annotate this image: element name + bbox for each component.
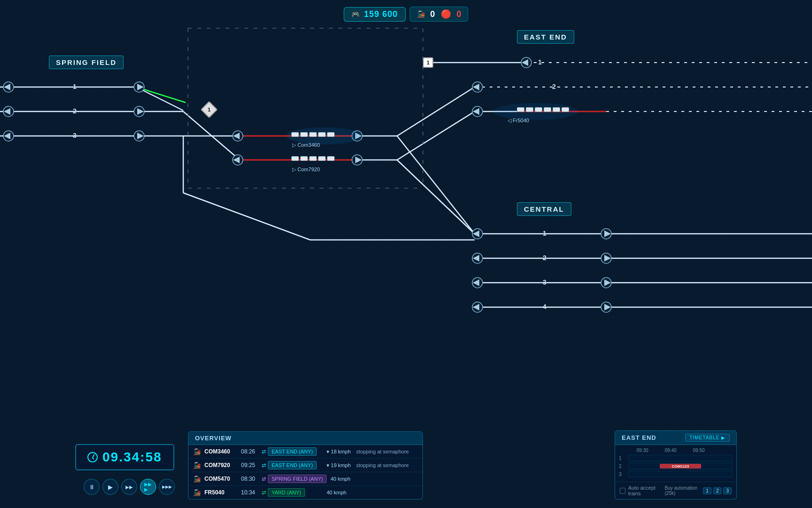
svg-point-48 (134, 106, 144, 117)
playback-controls: ⏸ ▶ ▶▶ ▶▶▶ ▶▶▶ (84, 479, 175, 495)
train-icon: 🚂 (417, 10, 425, 18)
score-icon: 🎮 (351, 10, 360, 18)
svg-point-54 (233, 155, 243, 165)
svg-line-25 (183, 193, 310, 240)
svg-point-72 (472, 302, 483, 312)
overview-row-3[interactable]: 🚂 FR5040 10:34 ⇄ YARD (ANY) 40 kmph (188, 486, 422, 499)
sf-track-2-label: 2 (73, 107, 77, 115)
svg-point-68 (472, 253, 483, 263)
switch-badge[interactable]: 1 (201, 101, 218, 119)
timetable-grid: 09:30 09:40 09:50 1 2 COM1123 3 (615, 445, 736, 482)
train-time-3: 10:34 (241, 489, 258, 496)
train-dest-2: ⇄ SPRING FIELD (ANY) (262, 475, 327, 483)
svg-marker-53 (233, 133, 240, 139)
buy-num-3[interactable]: 3 (723, 487, 732, 494)
svg-marker-79 (604, 279, 611, 286)
train-icon-3: 🚂 (193, 489, 201, 496)
svg-marker-51 (137, 133, 144, 139)
c-track-1-label: 1 (543, 230, 547, 237)
com3460-label: ▷ Com3460 (292, 142, 320, 148)
train-id-3: FR5040 (204, 489, 237, 496)
train-speed-3: 40 kmph (327, 490, 352, 495)
counter1-value: 0 (430, 9, 435, 19)
svg-line-6 (136, 87, 186, 103)
svg-marker-59 (355, 157, 362, 163)
com1123-block: COM1123 (660, 464, 701, 468)
buy-num-2[interactable]: 2 (713, 487, 722, 494)
svg-marker-57 (355, 133, 362, 139)
svg-line-22 (397, 136, 475, 234)
train-fr5040-cars (517, 107, 569, 112)
com7920-label: ▷ Com7920 (292, 167, 320, 173)
svg-marker-41 (4, 84, 10, 90)
svg-marker-55 (233, 157, 240, 163)
sf-track-3-label: 3 (73, 132, 77, 139)
svg-line-23 (397, 160, 475, 234)
train-status-0: stopping at semaphore (356, 449, 409, 454)
train-com7920-cars (291, 156, 335, 161)
score-value: 159 600 (364, 9, 398, 19)
ff1-button[interactable]: ▶▶ (121, 479, 137, 495)
overview-row-2[interactable]: 🚂 COM5470 08:30 ⇄ SPRING FIELD (ANY) 40 … (188, 472, 422, 486)
ff2-button[interactable]: ▶▶▶ (140, 479, 156, 495)
svg-line-10 (183, 111, 240, 160)
east-end-footer: Auto accept trains Buy automation (25k) … (615, 482, 736, 499)
timetable-track-1: 1 (619, 455, 733, 461)
train-dest-0: ⇄ EAST END (ANY) (262, 447, 323, 456)
svg-marker-49 (137, 108, 144, 115)
svg-point-76 (601, 253, 611, 263)
svg-marker-69 (473, 255, 479, 262)
ff3-button[interactable]: ▶▶▶ (159, 479, 175, 495)
time-cell-2: 09:50 (685, 448, 713, 453)
overview-row-1[interactable]: 🚂 COM7920 09:25 ⇄ EAST END (ANY) ▾ 19 km… (188, 459, 422, 472)
train-dest-1: ⇄ EAST END (ANY) (262, 461, 323, 469)
overview-panel: Overview 🚂 COM3460 08:26 ⇄ EAST END (ANY… (188, 431, 423, 500)
svg-point-56 (352, 131, 362, 141)
svg-line-14 (397, 111, 475, 160)
play-button[interactable]: ▶ (102, 479, 118, 495)
svg-point-62 (472, 106, 483, 117)
ee-track1-badge: 1 (423, 57, 433, 68)
east-end-label: East End (517, 30, 574, 44)
overview-row-0[interactable]: 🚂 COM3460 08:26 ⇄ EAST END (ANY) ▾ 18 km… (188, 445, 422, 459)
spring-field-label: Spring Field (49, 56, 124, 69)
svg-marker-61 (473, 84, 479, 90)
buy-automation-control: Buy automation (25k) 1 2 3 (665, 485, 732, 496)
train-dest-3: ⇄ YARD (ANY) (262, 488, 323, 497)
central-label: Central (517, 202, 571, 216)
auto-accept-control[interactable]: Auto accept trains (620, 485, 665, 496)
svg-marker-47 (137, 84, 144, 90)
east-end-title: East End (622, 434, 656, 441)
svg-point-70 (472, 278, 483, 288)
train-id-0: COM3460 (204, 448, 237, 455)
svg-point-80 (601, 302, 611, 312)
svg-point-74 (601, 229, 611, 239)
time-cell-0: 09:30 (628, 448, 656, 453)
train-speed-2: 40 kmph (330, 476, 356, 482)
svg-marker-71 (473, 279, 479, 286)
timetable-times: 09:30 09:40 09:50 (619, 448, 733, 453)
svg-marker-67 (473, 230, 479, 237)
svg-marker-45 (4, 133, 10, 139)
top-hud: 🎮 159 600 🚂 0 🔴 0 (344, 7, 468, 22)
svg-point-52 (233, 131, 243, 141)
timetable-button[interactable]: TIMETABLE ▶ (685, 434, 730, 442)
score-display: 🎮 159 600 (344, 7, 406, 22)
c-track-4-label: 4 (543, 303, 547, 310)
svg-point-66 (472, 229, 483, 239)
east-end-panel: East End TIMETABLE ▶ 09:30 09:40 09:50 1… (615, 430, 737, 500)
svg-point-50 (134, 131, 144, 141)
counter-display: 🚂 0 🔴 0 (410, 7, 468, 22)
buy-num-1[interactable]: 1 (703, 487, 711, 494)
pause-button[interactable]: ⏸ (84, 479, 100, 495)
timetable-track-2: 2 COM1123 (619, 463, 733, 469)
clock-time: 09.34:58 (102, 450, 162, 465)
train-id-2: COM5470 (204, 476, 237, 482)
svg-point-40 (3, 82, 14, 92)
time-cell-1: 09:40 (656, 448, 685, 453)
east-end-header: East End TIMETABLE ▶ (615, 431, 736, 445)
auto-accept-checkbox[interactable] (620, 488, 625, 494)
auto-accept-label: Auto accept trains (628, 485, 665, 496)
train-time-1: 09:25 (241, 462, 258, 468)
train-com3460-cars (291, 132, 335, 137)
